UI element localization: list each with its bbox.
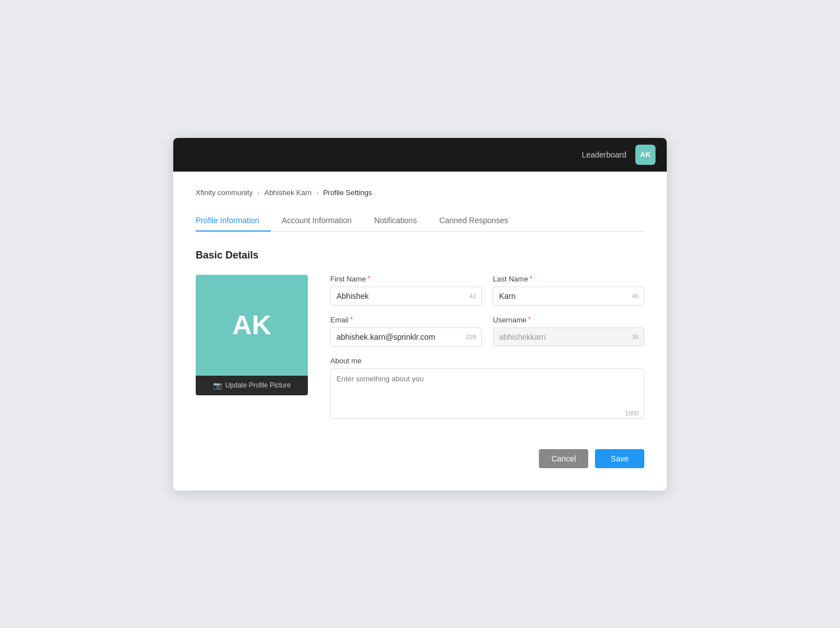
email-required: * <box>350 316 353 324</box>
update-label: Update Profile Picture <box>225 381 291 389</box>
first-name-label: First Name * <box>330 275 482 283</box>
camera-icon: 📷 <box>213 381 222 390</box>
leaderboard-link[interactable]: Leaderboard <box>582 150 626 159</box>
first-name-count: 42 <box>469 293 476 299</box>
username-group: Username * 38 <box>493 316 644 347</box>
avatar-section: AK 📷 Update Profile Picture <box>196 275 308 395</box>
about-me-textarea[interactable] <box>330 368 644 419</box>
username-wrapper: 38 <box>493 327 644 347</box>
first-name-input[interactable] <box>330 287 482 306</box>
email-label: Email * <box>330 316 482 324</box>
about-me-label: About me <box>330 357 644 365</box>
about-me-count: 1000 <box>625 410 639 417</box>
profile-form: First Name * 42 Last Name * <box>330 275 644 421</box>
last-name-input[interactable] <box>493 287 644 306</box>
last-name-required: * <box>530 275 533 283</box>
breadcrumb-community[interactable]: Xfinity community <box>196 188 253 197</box>
last-name-label: Last Name * <box>493 275 644 283</box>
breadcrumb: Xfinity community › Abhishek Karn › Prof… <box>196 188 644 197</box>
first-name-wrapper: 42 <box>330 287 482 306</box>
profile-settings-modal: Leaderboard AK Xfinity community › Abhis… <box>173 138 667 491</box>
first-name-group: First Name * 42 <box>330 275 482 306</box>
username-count: 38 <box>632 334 639 340</box>
tab-profile-information[interactable]: Profile Information <box>196 210 271 232</box>
cancel-button[interactable]: Cancel <box>539 449 588 468</box>
actions-bar: Cancel Save <box>196 444 644 468</box>
name-row: First Name * 42 Last Name * <box>330 275 644 306</box>
tab-canned-responses[interactable]: Canned Responses <box>428 210 519 232</box>
first-name-required: * <box>368 275 371 283</box>
save-button[interactable]: Save <box>595 449 644 468</box>
username-input <box>493 327 644 347</box>
breadcrumb-sep-2: › <box>316 188 319 197</box>
avatar-picture: AK <box>196 275 308 376</box>
tab-notifications[interactable]: Notifications <box>363 210 428 232</box>
last-name-wrapper: 46 <box>493 287 644 306</box>
breadcrumb-sep-1: › <box>257 188 260 197</box>
email-count: 228 <box>466 334 476 340</box>
about-me-wrapper: 1000 <box>330 368 644 421</box>
breadcrumb-user[interactable]: Abhishek Karn <box>264 188 312 197</box>
user-avatar-badge[interactable]: AK <box>635 145 656 165</box>
section-title: Basic Details <box>196 250 644 261</box>
email-group: Email * 228 <box>330 316 482 347</box>
avatar-initials: AK <box>232 310 271 340</box>
about-me-group: About me 1000 <box>330 357 644 421</box>
tab-account-information[interactable]: Account Information <box>271 210 363 232</box>
breadcrumb-current: Profile Settings <box>323 188 372 197</box>
last-name-count: 46 <box>632 293 639 299</box>
email-input[interactable] <box>330 327 482 347</box>
email-username-row: Email * 228 Username * <box>330 316 644 347</box>
email-wrapper: 228 <box>330 327 482 347</box>
username-required: * <box>528 316 531 324</box>
modal-content: Xfinity community › Abhishek Karn › Prof… <box>173 172 667 491</box>
modal-header: Leaderboard AK <box>173 138 667 172</box>
last-name-group: Last Name * 46 <box>493 275 644 306</box>
update-profile-picture-button[interactable]: 📷 Update Profile Picture <box>196 376 308 395</box>
username-label: Username * <box>493 316 644 324</box>
basic-details-layout: AK 📷 Update Profile Picture First Name * <box>196 275 644 421</box>
tabs-container: Profile Information Account Information … <box>196 210 644 232</box>
